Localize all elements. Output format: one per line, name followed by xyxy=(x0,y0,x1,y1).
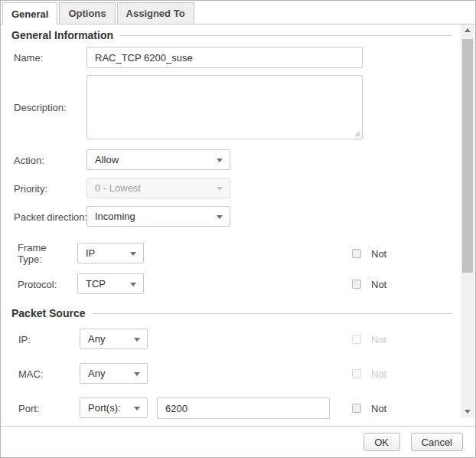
port-label: Port: xyxy=(18,403,39,414)
priority-selected-value: 0 - Lowest xyxy=(95,182,141,194)
packet-direction-label: Packet direction: xyxy=(14,211,87,223)
mac-not-group: Not xyxy=(352,368,386,379)
resize-grip-icon[interactable] xyxy=(354,130,360,137)
mac-label: MAC: xyxy=(18,368,44,380)
mac-dropdown[interactable]: Any xyxy=(80,363,148,384)
description-field-wrapper xyxy=(86,75,363,139)
protocol-selected-value: TCP xyxy=(86,278,106,290)
frame-type-not-group: Not xyxy=(352,248,386,259)
chevron-down-icon xyxy=(130,252,136,256)
priority-dropdown: 0 - Lowest xyxy=(86,178,230,198)
protocol-label: Protocol: xyxy=(18,279,57,290)
chevron-down-icon xyxy=(217,187,223,191)
ip-selected-value: Any xyxy=(88,333,105,345)
description-field[interactable] xyxy=(87,76,362,139)
not-label: Not xyxy=(371,279,386,290)
action-selected-value: Allow xyxy=(95,154,119,165)
description-label: Description: xyxy=(14,102,67,113)
tab-options[interactable]: Options xyxy=(59,2,115,24)
ip-not-group: Not xyxy=(352,334,386,345)
protocol-not-checkbox[interactable] xyxy=(352,280,361,289)
vertical-scrollbar[interactable] xyxy=(461,24,474,418)
chevron-down-icon xyxy=(217,215,223,219)
packet-source-section-header: Packet Source xyxy=(11,307,452,319)
not-label: Not xyxy=(371,248,386,260)
footer-bar: OK Cancel xyxy=(1,426,475,457)
frame-type-not-checkbox[interactable] xyxy=(352,249,361,258)
mac-not-checkbox xyxy=(352,369,361,378)
section-title: Packet Source xyxy=(11,307,86,319)
general-information-section-header: General Information xyxy=(11,29,452,41)
chevron-down-icon xyxy=(134,372,140,376)
section-divider-line xyxy=(119,35,452,36)
ip-dropdown[interactable]: Any xyxy=(80,329,148,349)
ok-button[interactable]: OK xyxy=(364,433,400,451)
section-divider-line xyxy=(92,313,453,314)
packet-direction-dropdown[interactable]: Incoming xyxy=(86,206,230,227)
scrollbar-down-button[interactable] xyxy=(461,405,474,418)
protocol-dropdown[interactable]: TCP xyxy=(77,273,144,294)
frame-type-selected-value: IP xyxy=(86,247,95,259)
tab-bar: General Options Assigned To xyxy=(2,2,194,25)
scrollbar-thumb[interactable] xyxy=(462,39,473,273)
chevron-down-icon xyxy=(134,407,140,411)
cancel-button[interactable]: Cancel xyxy=(411,433,463,451)
frame-type-label: Frame Type: xyxy=(18,242,67,265)
port-not-checkbox[interactable] xyxy=(352,404,361,413)
section-title: General Information xyxy=(11,29,113,41)
chevron-down-icon xyxy=(130,283,136,286)
scrollbar-up-button[interactable] xyxy=(461,24,474,37)
name-input[interactable] xyxy=(86,47,363,68)
frame-type-dropdown[interactable]: IP xyxy=(77,243,144,263)
name-label: Name: xyxy=(14,52,43,64)
arrow-up-icon xyxy=(465,28,471,32)
port-input[interactable] xyxy=(157,397,330,419)
ip-label: IP: xyxy=(18,334,31,345)
not-label: Not xyxy=(371,368,386,380)
action-dropdown[interactable]: Allow xyxy=(86,149,230,170)
arrow-down-icon xyxy=(465,410,471,414)
chevron-down-icon xyxy=(134,338,140,342)
mac-selected-value: Any xyxy=(88,368,105,379)
port-mode-selected-value: Port(s): xyxy=(88,402,121,414)
protocol-not-group: Not xyxy=(352,279,386,290)
tab-assigned-to[interactable]: Assigned To xyxy=(117,2,194,24)
tab-general[interactable]: General xyxy=(2,2,57,25)
priority-label: Priority: xyxy=(14,183,47,195)
action-label: Action: xyxy=(14,155,44,166)
port-not-group: Not xyxy=(352,403,386,414)
chevron-down-icon xyxy=(217,159,223,162)
not-label: Not xyxy=(371,403,386,414)
rule-editor-dialog: General Options Assigned To General Info… xyxy=(0,0,476,458)
port-mode-dropdown[interactable]: Port(s): xyxy=(80,397,148,418)
packet-direction-selected-value: Incoming xyxy=(95,211,135,222)
not-label: Not xyxy=(371,334,386,345)
ip-not-checkbox xyxy=(352,335,361,344)
